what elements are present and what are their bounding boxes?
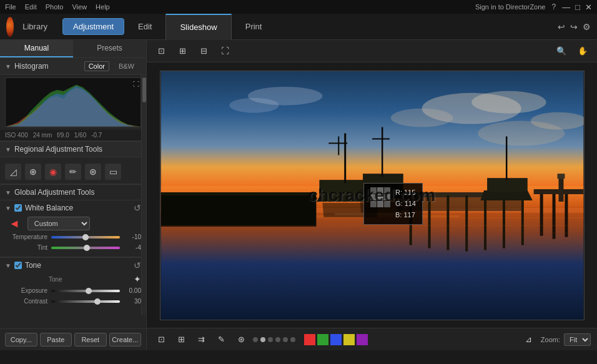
menu-view[interactable]: View xyxy=(72,3,87,11)
color-mode-button[interactable]: Color xyxy=(84,61,109,71)
wb-reset-button[interactable]: ↺ xyxy=(134,203,141,213)
color-square-red[interactable] xyxy=(304,334,315,345)
bottom-left: ⊡ ⊞ ⇉ ✎ ⊛ xyxy=(153,332,368,348)
tone-chevron: ▼ xyxy=(5,262,11,269)
adjustment-button[interactable]: Adjustment xyxy=(62,18,124,35)
stamp-tool[interactable]: ⊛ xyxy=(85,164,101,180)
tab-print[interactable]: Print xyxy=(232,14,276,40)
contrast-thumb[interactable] xyxy=(94,298,101,305)
info-icon[interactable]: ⊛ xyxy=(233,332,249,348)
export-icon[interactable]: ⇉ xyxy=(193,332,209,348)
copy-button[interactable]: Copy... xyxy=(5,333,37,347)
menu-edit[interactable]: Edit xyxy=(25,3,37,11)
left-panel-scrollbar[interactable] xyxy=(141,75,146,315)
brush-tool[interactable]: ⊕ xyxy=(25,164,41,180)
global-tools-header[interactable]: ▼ Global Adjustment Tools xyxy=(0,185,146,200)
histogram-header[interactable]: ▼ Histogram Color B&W xyxy=(0,58,146,75)
filter-icon[interactable]: ⊿ xyxy=(521,332,537,348)
gradient-tool[interactable]: ◿ xyxy=(5,164,21,180)
dot-4[interactable] xyxy=(275,337,280,342)
svg-point-5 xyxy=(390,108,453,127)
regional-tools-header[interactable]: ▼ Regional Adjustment Tools xyxy=(0,142,146,157)
library-button[interactable]: Library xyxy=(14,17,56,36)
svg-rect-35 xyxy=(487,178,528,192)
contrast-track[interactable] xyxy=(51,300,120,303)
settings-icon[interactable]: ⚙ xyxy=(583,22,591,32)
temperature-track[interactable] xyxy=(51,236,120,239)
filmstrip-icon[interactable]: ⊡ xyxy=(153,332,169,348)
tint-track[interactable] xyxy=(51,247,120,249)
aperture-value: f/9.0 xyxy=(57,132,69,139)
wb-checkbox[interactable] xyxy=(14,204,22,212)
wb-chevron: ▼ xyxy=(5,205,11,212)
dot-3[interactable] xyxy=(268,337,273,342)
eyedropper-tool[interactable]: ◄ xyxy=(4,217,25,230)
tone-reset-button[interactable]: ↺ xyxy=(134,260,141,270)
temperature-thumb[interactable] xyxy=(82,234,89,240)
view-compare-icon[interactable]: ⊞ xyxy=(174,43,190,59)
reset-button[interactable]: Reset xyxy=(74,333,107,347)
pencil-tool[interactable]: ✏ xyxy=(65,164,81,180)
tab-manual[interactable]: Manual xyxy=(0,40,73,57)
color-square-blue[interactable] xyxy=(330,334,342,345)
regional-chevron: ▼ xyxy=(5,146,11,153)
eye-tool[interactable]: ◉ xyxy=(45,164,61,180)
minimize-button[interactable]: — xyxy=(562,2,570,12)
color-square-purple[interactable] xyxy=(357,334,368,345)
scrollbar-thumb[interactable] xyxy=(142,77,146,102)
svg-point-4 xyxy=(471,91,546,113)
view-single-icon[interactable]: ⊡ xyxy=(153,43,169,59)
edit-icon[interactable]: ✎ xyxy=(213,332,229,348)
color-square-yellow[interactable] xyxy=(343,334,355,345)
rgb-grid xyxy=(370,187,390,207)
menu-photo[interactable]: Photo xyxy=(46,3,64,11)
zoom-select[interactable]: Fit xyxy=(564,333,591,346)
create-button[interactable]: Create... xyxy=(109,333,142,347)
tone-target-icon[interactable]: ✦ xyxy=(134,274,141,284)
tab-slideshow[interactable]: Slideshow xyxy=(165,14,231,40)
svg-rect-39 xyxy=(565,192,568,237)
color-square-green[interactable] xyxy=(317,334,328,345)
help-button[interactable]: ? xyxy=(551,2,556,11)
menu-help[interactable]: Help xyxy=(96,3,110,11)
svg-rect-24 xyxy=(521,195,523,245)
paste-button[interactable]: Paste xyxy=(40,333,72,347)
maximize-button[interactable]: □ xyxy=(575,2,580,12)
rgb-popup: R: 115 G: 114 B: 117 xyxy=(363,183,423,225)
pan-icon[interactable]: ✋ xyxy=(575,43,591,59)
svg-rect-46 xyxy=(160,232,583,233)
view-fullscreen-icon[interactable]: ⛶ xyxy=(217,43,233,59)
svg-rect-43 xyxy=(160,192,316,227)
tint-row: Tint -4 xyxy=(0,242,146,253)
undo-icon[interactable]: ↩ xyxy=(558,22,565,32)
image-container[interactable]: chcracked.com xyxy=(147,62,597,328)
zoom-in-icon[interactable]: 🔍 xyxy=(553,43,570,59)
histogram-title: Histogram xyxy=(14,62,49,71)
tone-checkbox[interactable] xyxy=(14,262,22,269)
dot-5[interactable] xyxy=(283,337,288,342)
exposure-thumb[interactable] xyxy=(86,288,92,294)
main-area: Manual Presets ▼ Histogram Color B&W xyxy=(0,40,597,350)
exposure-row: Exposure 0.00 xyxy=(0,285,146,296)
tab-presets[interactable]: Presets xyxy=(73,40,146,57)
redo-icon[interactable]: ↪ xyxy=(570,22,578,32)
svg-text:⛶: ⛶ xyxy=(133,81,139,87)
dot-6[interactable] xyxy=(290,337,295,342)
dot-2[interactable] xyxy=(260,337,265,342)
svg-rect-19 xyxy=(428,195,430,248)
crop-tool[interactable]: ▭ xyxy=(105,164,121,180)
menu-file[interactable]: File xyxy=(5,3,16,11)
view-grid-icon[interactable]: ⊟ xyxy=(195,43,212,59)
tab-edit[interactable]: Edit xyxy=(124,14,165,40)
title-bar: File Edit Photo View Help Sign in to Dir… xyxy=(0,0,597,14)
histogram-chevron: ▼ xyxy=(5,63,11,70)
tint-thumb[interactable] xyxy=(84,245,90,251)
left-panel: Manual Presets ▼ Histogram Color B&W xyxy=(0,40,147,350)
close-button[interactable]: ✕ xyxy=(585,2,592,12)
bw-mode-button[interactable]: B&W xyxy=(114,61,139,71)
exposure-track[interactable] xyxy=(51,290,120,292)
dot-1[interactable] xyxy=(253,337,258,342)
sign-in-link[interactable]: Sign in to DirectorZone xyxy=(475,3,546,11)
compare-icon[interactable]: ⊞ xyxy=(173,332,189,348)
wb-preset-select[interactable]: Custom xyxy=(27,217,90,230)
